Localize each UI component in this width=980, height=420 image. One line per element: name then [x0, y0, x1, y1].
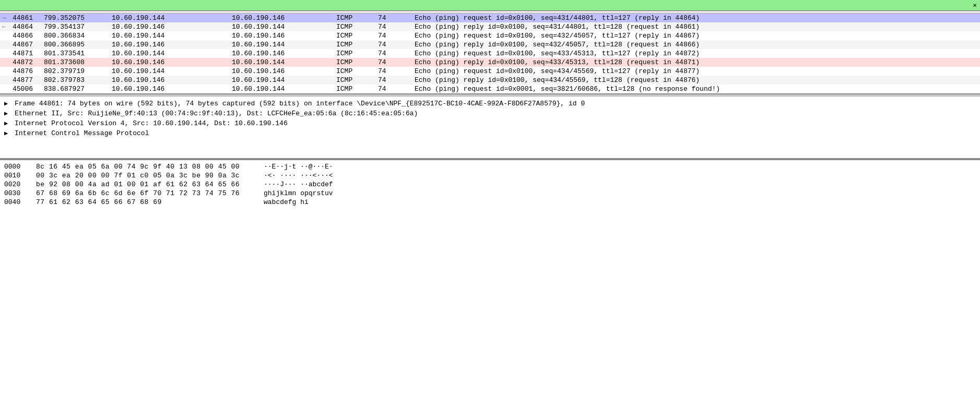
cell-length: 74	[378, 67, 415, 75]
expand-arrow-icon[interactable]: ▶	[4, 129, 13, 137]
cell-info: Echo (ping) request id=0x0100, seq=431/4…	[415, 14, 978, 22]
cell-source: 10.60.190.146	[112, 41, 232, 49]
cell-time: 801.373608	[44, 58, 112, 66]
table-row[interactable]: 45006838.68792710.60.190.14610.60.190.14…	[0, 85, 980, 93]
cell-info: Echo (ping) request id=0x0100, seq=433/4…	[415, 50, 978, 57]
expand-arrow-icon[interactable]: ▶	[4, 100, 13, 107]
detail-row[interactable]: ▶Internet Control Message Protocol	[4, 128, 976, 138]
hex-row: 0020be 92 08 00 4a ad 01 00 01 af 61 62 …	[4, 180, 976, 189]
detail-row[interactable]: ▶Ethernet II, Src: RuijieNe_9f:40:13 (00…	[4, 109, 976, 118]
hex-row: 00008c 16 45 ea 05 6a 00 74 9c 9f 40 13 …	[4, 162, 976, 171]
packet-details-panel: ▶Frame 44861: 74 bytes on wire (592 bits…	[0, 97, 980, 159]
packet-list: →44861799.35207510.60.190.14410.60.190.1…	[0, 11, 980, 94]
hex-bytes: 8c 16 45 ea 05 6a 00 74 9c 9f 40 13 08 0…	[36, 163, 255, 171]
table-row[interactable]: 44871801.37354110.60.190.14410.60.190.14…	[0, 49, 980, 58]
cell-info: Echo (ping) reply id=0x0100, seq=431/448…	[415, 23, 978, 31]
cell-source: 10.60.190.144	[112, 32, 232, 40]
cell-time: 799.352075	[44, 14, 112, 22]
cell-protocol: ICMP	[336, 58, 378, 66]
row-arrow: ←	[2, 23, 13, 31]
cell-protocol: ICMP	[336, 23, 378, 31]
cell-destination: 10.60.190.144	[232, 85, 336, 93]
table-row[interactable]: 44872801.37360810.60.190.14610.60.190.14…	[0, 58, 980, 67]
hex-ascii: ·<· ···· ···<···<	[264, 172, 333, 179]
packet-rows-container: →44861799.35207510.60.190.14410.60.190.1…	[0, 14, 980, 93]
hex-row: 004077 61 62 63 64 65 66 67 68 69wabcdef…	[4, 198, 976, 207]
cell-length: 74	[378, 23, 415, 31]
cell-length: 74	[378, 85, 415, 93]
cell-protocol: ICMP	[336, 41, 378, 49]
detail-label: Frame 44861: 74 bytes on wire (592 bits)…	[15, 100, 585, 107]
expand-arrow-icon[interactable]: ▶	[4, 110, 13, 117]
hex-ascii: ····J··· ··abcdef	[264, 181, 333, 188]
table-row[interactable]: ←44864799.35413710.60.190.14610.60.190.1…	[0, 22, 980, 31]
expand-arrow-icon[interactable]: ▶	[4, 119, 13, 127]
cell-time: 800.366834	[44, 32, 112, 40]
hex-ascii: ghijklmn opqrstuv	[264, 189, 333, 197]
cell-source: 10.60.190.144	[112, 14, 232, 22]
cell-source: 10.60.190.146	[112, 58, 232, 66]
cell-protocol: ICMP	[336, 76, 378, 84]
cell-length: 74	[378, 58, 415, 66]
cell-destination: 10.60.190.144	[232, 23, 336, 31]
cell-protocol: ICMP	[336, 85, 378, 93]
cell-destination: 10.60.190.144	[232, 58, 336, 66]
cell-no: 44877	[13, 76, 44, 84]
hex-bytes: 00 3c ea 20 00 00 7f 01 c0 05 0a 3c be 9…	[36, 172, 255, 179]
cell-destination: 10.60.190.146	[232, 14, 336, 22]
cell-source: 10.60.190.146	[112, 85, 232, 93]
cell-info: Echo (ping) reply id=0x0100, seq=432/450…	[415, 41, 978, 49]
cell-protocol: ICMP	[336, 50, 378, 57]
hex-row: 003067 68 69 6a 6b 6c 6d 6e 6f 70 71 72 …	[4, 189, 976, 198]
cell-info: Echo (ping) request id=0x0001, seq=3821/…	[415, 85, 978, 93]
cell-length: 74	[378, 14, 415, 22]
hex-bytes: 67 68 69 6a 6b 6c 6d 6e 6f 70 71 72 73 7…	[36, 189, 255, 197]
hex-offset: 0040	[4, 198, 28, 206]
cell-source: 10.60.190.144	[112, 50, 232, 57]
cell-time: 802.379719	[44, 67, 112, 75]
table-row[interactable]: →44861799.35207510.60.190.14410.60.190.1…	[0, 14, 980, 22]
detail-label: Ethernet II, Src: RuijieNe_9f:40:13 (00:…	[15, 110, 418, 117]
cell-time: 838.687927	[44, 85, 112, 93]
cell-no: 44864	[13, 23, 44, 31]
cell-no: 44872	[13, 58, 44, 66]
cell-destination: 10.60.190.144	[232, 76, 336, 84]
cell-protocol: ICMP	[336, 32, 378, 40]
hex-ascii: wabcdefg hi	[264, 198, 309, 206]
cell-destination: 10.60.190.146	[232, 32, 336, 40]
cell-info: Echo (ping) reply id=0x0100, seq=433/453…	[415, 58, 978, 66]
hex-offset: 0010	[4, 172, 28, 179]
close-icon[interactable]: ✕	[973, 1, 977, 9]
cell-source: 10.60.190.146	[112, 76, 232, 84]
cell-protocol: ICMP	[336, 67, 378, 75]
cell-info: Echo (ping) request id=0x0100, seq=432/4…	[415, 32, 978, 40]
table-row[interactable]: 44876802.37971910.60.190.14410.60.190.14…	[0, 67, 980, 76]
hex-dump-panel: 00008c 16 45 ea 05 6a 00 74 9c 9f 40 13 …	[0, 160, 980, 233]
cell-time: 802.379783	[44, 76, 112, 84]
detail-row[interactable]: ▶Internet Protocol Version 4, Src: 10.60…	[4, 118, 976, 128]
cell-no: 44876	[13, 67, 44, 75]
detail-label: Internet Protocol Version 4, Src: 10.60.…	[15, 119, 288, 127]
cell-no: 44866	[13, 32, 44, 40]
hex-offset: 0000	[4, 163, 28, 171]
cell-no: 44861	[13, 14, 44, 22]
cell-no: 44871	[13, 50, 44, 57]
cell-time: 801.373541	[44, 50, 112, 57]
cell-length: 74	[378, 50, 415, 57]
title-bar: ✕	[0, 0, 980, 11]
detail-row[interactable]: ▶Frame 44861: 74 bytes on wire (592 bits…	[4, 99, 976, 109]
cell-time: 799.354137	[44, 23, 112, 31]
table-row[interactable]: 44877802.37978310.60.190.14610.60.190.14…	[0, 76, 980, 85]
table-row[interactable]: 44866800.36683410.60.190.14410.60.190.14…	[0, 31, 980, 40]
hex-offset: 0020	[4, 181, 28, 188]
cell-length: 74	[378, 32, 415, 40]
hex-offset: 0030	[4, 189, 28, 197]
table-row[interactable]: 44867800.36689510.60.190.14610.60.190.14…	[0, 40, 980, 49]
cell-length: 74	[378, 76, 415, 84]
cell-protocol: ICMP	[336, 14, 378, 22]
cell-length: 74	[378, 41, 415, 49]
cell-destination: 10.60.190.146	[232, 50, 336, 57]
hex-bytes: 77 61 62 63 64 65 66 67 68 69	[36, 198, 255, 206]
cell-destination: 10.60.190.146	[232, 67, 336, 75]
cell-no: 44867	[13, 41, 44, 49]
